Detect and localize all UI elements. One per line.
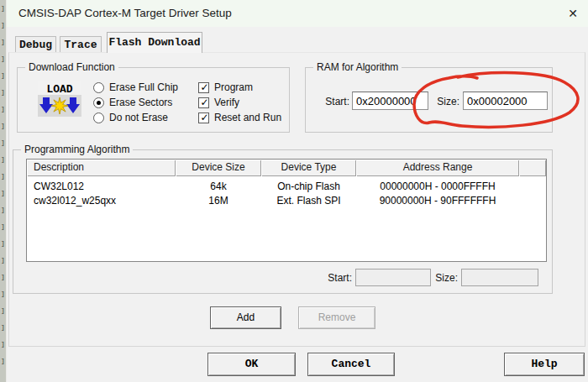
radio-icon	[93, 97, 104, 108]
cell-description: CW32L012	[27, 181, 176, 192]
group-label: Download Function	[25, 61, 118, 73]
group-ram-for-algorithm: RAM for Algorithm Start: Size:	[305, 67, 553, 133]
radio-icon	[93, 82, 104, 93]
prog-start-input	[355, 269, 431, 286]
checkbox-reset-and-run[interactable]: Reset and Run	[198, 112, 281, 123]
checkbox-label: Verify	[214, 97, 239, 108]
close-icon[interactable]: ✕	[559, 3, 586, 24]
group-programming-algorithm: Programming Algorithm Description Device…	[13, 149, 553, 294]
checkbox-icon	[198, 113, 209, 123]
ram-size-label: Size:	[432, 96, 459, 107]
group-label: RAM for Algorithm	[313, 61, 402, 73]
titlebar: CMSIS-DAP Cortex-M Target Driver Setup ✕	[7, 0, 588, 27]
table-header[interactable]: Description Device Size Device Type Addr…	[27, 160, 546, 176]
prog-size-input	[461, 269, 538, 286]
cell-device-size: 64k	[176, 181, 261, 192]
column-header-description[interactable]: Description	[27, 160, 176, 176]
dialog-title: CMSIS-DAP Cortex-M Target Driver Setup	[18, 0, 232, 27]
checkbox-program[interactable]: Program	[198, 81, 253, 93]
ok-button[interactable]: OK	[207, 353, 296, 376]
radio-label: Erase Full Chip	[109, 81, 178, 93]
screen: ] ] ] ] ] ] ] ] ] ] ] ] ] ] ] ] ] ] ] ] …	[0, 0, 588, 382]
radio-label: Do not Erase	[109, 112, 168, 123]
column-header-spacer	[519, 160, 546, 176]
cell-description: cw32l012_w25qxx	[27, 195, 176, 207]
radio-erase-sectors[interactable]: Erase Sectors	[93, 97, 172, 108]
table-row[interactable]: CW32L012 64k On-chip Flash 00000000H - 0…	[27, 179, 546, 193]
add-button[interactable]: Add	[210, 306, 281, 329]
algorithm-table[interactable]: Description Device Size Device Type Addr…	[26, 159, 547, 262]
tab-debug[interactable]: Debug	[15, 36, 56, 52]
cell-device-size: 16M	[176, 195, 261, 207]
cell-device-type: Ext. Flash SPI	[261, 195, 356, 207]
group-download-function: Download Function LOAD Erase Full Chip E…	[17, 67, 290, 133]
column-header-address-range[interactable]: Address Range	[356, 160, 519, 176]
svg-text:LOAD: LOAD	[46, 83, 72, 96]
prog-size-label: Size:	[434, 272, 458, 284]
checkbox-icon	[198, 82, 209, 93]
load-flash-icon: LOAD	[38, 81, 81, 117]
column-header-device-type[interactable]: Device Type	[261, 160, 356, 176]
cancel-button[interactable]: Cancel	[307, 353, 395, 376]
checkbox-verify[interactable]: Verify	[198, 97, 239, 108]
dialog-cmsis-dap-setup: CMSIS-DAP Cortex-M Target Driver Setup ✕…	[7, 0, 588, 382]
checkbox-icon	[198, 97, 209, 108]
ram-size-input[interactable]	[463, 92, 548, 110]
cell-address-range: 00000000H - 0000FFFFH	[356, 181, 519, 192]
radio-label: Erase Sectors	[109, 97, 172, 108]
remove-button: Remove	[298, 306, 375, 329]
ram-start-label: Start:	[316, 96, 349, 107]
cell-device-type: On-chip Flash	[261, 181, 356, 192]
prog-start-label: Start:	[325, 272, 352, 284]
cell-address-range: 90000000H - 90FFFFFFH	[356, 195, 519, 207]
radio-erase-full-chip[interactable]: Erase Full Chip	[93, 81, 178, 93]
background-window-sliver: ] ] ] ] ] ] ] ] ] ] ] ] ] ] ] ] ] ] ] ] …	[0, 0, 7, 382]
help-button[interactable]: Help	[504, 353, 585, 376]
radio-icon	[93, 113, 104, 123]
tab-trace[interactable]: Trace	[60, 36, 102, 52]
radio-do-not-erase[interactable]: Do not Erase	[93, 112, 168, 123]
checkbox-label: Reset and Run	[214, 112, 281, 123]
column-header-device-size[interactable]: Device Size	[176, 160, 261, 176]
checkbox-label: Program	[214, 81, 253, 93]
group-label: Programming Algorithm	[21, 144, 133, 155]
ram-start-input[interactable]	[352, 92, 428, 110]
tab-flash-download[interactable]: Flash Download	[107, 32, 202, 53]
table-row[interactable]: cw32l012_w25qxx 16M Ext. Flash SPI 90000…	[27, 193, 546, 207]
